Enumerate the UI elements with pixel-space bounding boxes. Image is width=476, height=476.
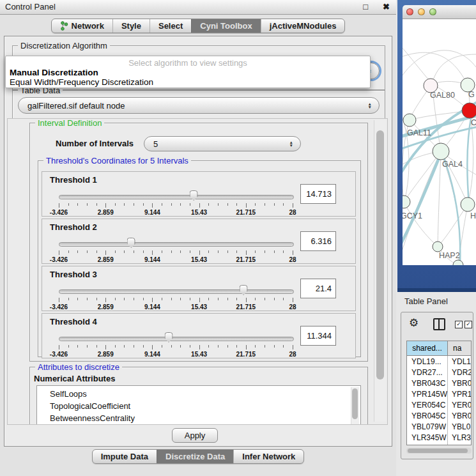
top-tab-bar: NetworkStyleSelectCyni ToolboxjActiveMNo… (0, 19, 396, 33)
threshold-value-input[interactable]: 6.316 (300, 231, 336, 251)
threshold-slider[interactable]: -3.4262.8599.14415.4321.71528 (59, 283, 293, 310)
close-icon[interactable]: ✖ (383, 2, 390, 12)
threshold-value-input[interactable]: 14.713 (300, 184, 336, 204)
column-header-shared-name[interactable]: shared... (407, 341, 448, 355)
tick-label: 28 (289, 303, 296, 311)
bottom-tab-discretize-data[interactable]: Discretize Data (157, 450, 233, 463)
column-header-name[interactable]: na (448, 341, 471, 355)
network-node-c[interactable] (462, 103, 476, 118)
num-intervals-select[interactable]: 5 ▲▼ (144, 136, 301, 151)
network-window-titlebar[interactable] (403, 5, 476, 19)
algorithm-option[interactable]: Equal Width/Frequency Discretization (10, 77, 370, 87)
threshold-value-input[interactable]: 21.4 (300, 279, 336, 298)
close-traffic-light-icon[interactable] (406, 8, 413, 15)
attributes-list-scrollbar[interactable] (351, 387, 359, 425)
table-data-select-value: galFiltered.sif default node (27, 101, 125, 111)
table-row[interactable]: YBR045CYBR0 (407, 410, 471, 421)
cell-name[interactable]: YER0 (448, 399, 471, 410)
table-row[interactable]: YIL052CYIL0 (407, 443, 471, 445)
table-header-row: shared... na (407, 341, 471, 356)
checkbox-icon[interactable]: ✓ (464, 321, 472, 328)
tab-label: Network (72, 21, 104, 31)
top-tabs: NetworkStyleSelectCyni ToolboxjActiveMNo… (51, 19, 346, 33)
scrollbar-thumb[interactable] (376, 130, 384, 380)
slider-track[interactable] (59, 195, 294, 199)
cell-name[interactable]: YDL1 (448, 356, 471, 367)
slider-track[interactable] (59, 337, 294, 341)
table-data-select[interactable]: galFiltered.sif default node ▲▼ (18, 97, 380, 114)
slider-track[interactable] (59, 289, 294, 294)
checkbox-icon[interactable]: ✓ (455, 321, 463, 328)
threshold-value-input[interactable]: 11.344 (300, 326, 336, 346)
slider-track[interactable] (59, 242, 294, 247)
column-layout-icon[interactable] (433, 318, 445, 330)
tab-label: Select (158, 21, 183, 31)
top-tab-select[interactable]: Select (150, 19, 191, 33)
float-window-icon[interactable]: □ (363, 2, 368, 12)
panel-title: Control Panel (5, 2, 56, 12)
num-intervals-value: 5 (153, 139, 158, 149)
cell-shared-name[interactable]: YIL052C (407, 443, 448, 445)
table-row[interactable]: YER054CYER0 (407, 399, 471, 410)
cell-name[interactable]: YBR0 (448, 410, 471, 421)
cell-shared-name[interactable]: YBR045C (407, 410, 448, 421)
thresholds-group-title: Threshold's Coordinates for 5 Intervals (43, 156, 191, 165)
settings-vertical-scrollbar[interactable] (374, 120, 386, 422)
threshold-panel: Threshold 2-3.4262.8599.14415.4321.71528… (42, 219, 356, 264)
cell-shared-name[interactable]: YDR27... (407, 367, 448, 378)
network-node-h[interactable] (461, 197, 475, 211)
cell-name[interactable]: YIL0 (448, 443, 471, 445)
table-horizontal-scrollbar[interactable] (406, 448, 472, 454)
apply-button[interactable]: Apply (172, 428, 218, 443)
table-row[interactable]: YPR145WYPR1 (407, 388, 471, 399)
network-node-gal11[interactable] (403, 114, 416, 127)
attribute-list-item[interactable]: SelfLoops (37, 386, 360, 400)
tick-label: 15.43 (191, 351, 207, 358)
network-canvas[interactable]: GAL80GCGAL11GAL4GCY1HHAP2 (403, 19, 476, 265)
cell-shared-name[interactable]: YDL19... (407, 356, 448, 367)
cell-shared-name[interactable]: YBL079W (407, 421, 448, 432)
cell-name[interactable]: YBR0 (448, 378, 471, 388)
cell-shared-name[interactable]: YPR145W (407, 388, 448, 399)
threshold-slider[interactable]: -3.4262.8599.14415.4321.71528 (59, 236, 293, 263)
cell-name[interactable]: YBL0 (448, 421, 471, 432)
bottom-tab-infer-network[interactable]: Infer Network (233, 450, 303, 463)
cell-name[interactable]: YDR2 (448, 367, 471, 378)
algorithm-placeholder-item[interactable]: Select algorithm to view settings (6, 58, 370, 68)
tab-label: Style (121, 21, 141, 31)
top-tab-jactivemnodules[interactable]: jActiveMNodules (261, 19, 345, 33)
top-tab-cyni-toolbox[interactable]: Cyni Toolbox (191, 19, 260, 33)
table-row[interactable]: YLR345WYLR3 (407, 432, 471, 443)
tick-label: 9.144 (144, 209, 160, 216)
scrollbar-thumb[interactable] (352, 388, 358, 419)
cell-shared-name[interactable]: YLR345W (407, 432, 448, 443)
table-row[interactable]: YBR043CYBR0 (407, 378, 471, 388)
scrollbar-thumb[interactable] (408, 449, 468, 453)
attribute-list-item[interactable]: BetweennessCentrality (37, 412, 360, 424)
network-node[interactable] (453, 260, 463, 265)
table-row[interactable]: YDR27...YDR2 (407, 367, 471, 378)
bottom-tab-impute-data[interactable]: Impute Data (93, 450, 157, 463)
network-node-hap2[interactable] (433, 242, 443, 252)
minimize-traffic-light-icon[interactable] (418, 8, 425, 15)
cell-shared-name[interactable]: YER054C (407, 399, 448, 410)
cell-name[interactable]: YLR3 (448, 432, 471, 443)
network-node-gcy1[interactable] (403, 196, 410, 208)
network-node-gal4[interactable] (433, 143, 449, 160)
table-row[interactable]: YBL079WYBL0 (407, 421, 471, 432)
threshold-slider[interactable]: -3.4262.8599.14415.4321.71528 (59, 188, 293, 215)
algorithm-option[interactable]: Manual Discretization (10, 68, 370, 77)
numerical-attributes-list[interactable]: SelfLoopsTopologicalCoefficientBetweenne… (36, 385, 361, 425)
bottom-tabs: Impute DataDiscretize DataInfer Network (92, 449, 305, 464)
top-tab-style[interactable]: Style (112, 19, 150, 33)
interval-definition-group: Interval Definition Number of Intervals … (29, 123, 368, 362)
zoom-traffic-light-icon[interactable] (429, 8, 436, 15)
table-row[interactable]: YDL19...YDL1 (407, 356, 471, 367)
gear-icon[interactable]: ⚙ (409, 316, 418, 330)
threshold-slider[interactable]: -3.4262.8599.14415.4321.71528 (59, 330, 293, 357)
cell-name[interactable]: YPR1 (448, 388, 471, 399)
cell-shared-name[interactable]: YBR043C (407, 378, 448, 388)
top-tab-network[interactable]: Network (52, 19, 112, 33)
attribute-list-item[interactable]: TopologicalCoefficient (37, 400, 360, 412)
tick-label: -3.426 (50, 256, 68, 263)
